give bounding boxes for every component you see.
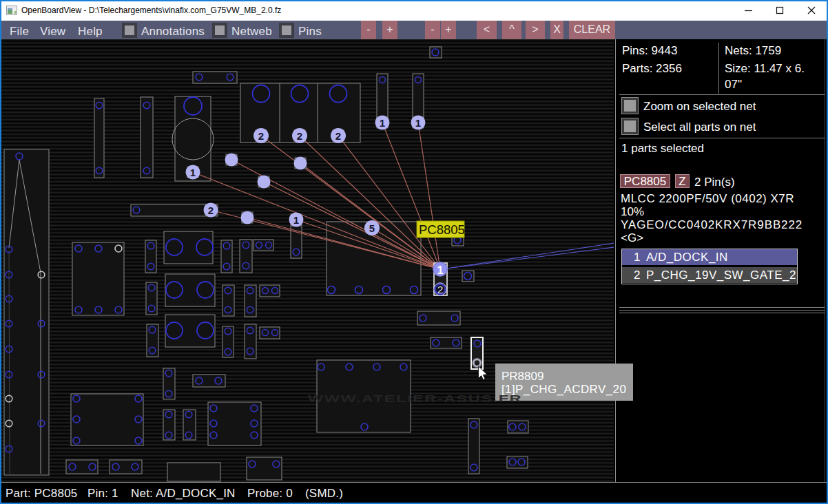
svg-text:2: 2 (437, 284, 444, 295)
svg-text:2: 2 (297, 130, 302, 142)
svg-text:2: 2 (208, 204, 214, 216)
svg-text:1: 1 (293, 214, 299, 226)
svg-text:1: 1 (415, 117, 421, 129)
svg-text:5: 5 (369, 222, 375, 234)
svg-text:2: 2 (258, 130, 264, 142)
svg-text:1: 1 (190, 167, 196, 178)
svg-text:2: 2 (335, 130, 341, 142)
svg-text:PC8805: PC8805 (419, 222, 465, 237)
svg-text:1: 1 (380, 117, 385, 129)
svg-text:1: 1 (437, 264, 443, 276)
